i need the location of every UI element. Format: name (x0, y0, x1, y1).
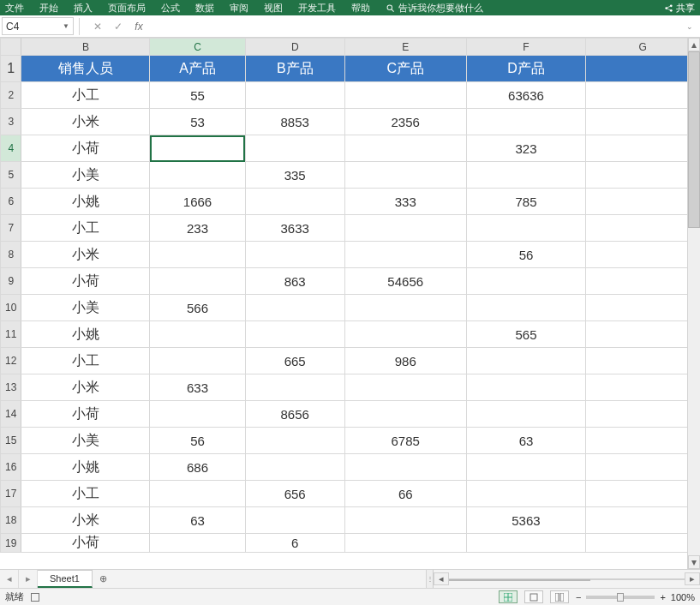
row-header-6[interactable]: 6 (1, 189, 21, 215)
cell-C10[interactable]: 566 (150, 295, 245, 321)
cell-F7[interactable] (466, 215, 586, 242)
cell-B7[interactable]: 小工 (21, 215, 150, 242)
cell-B5[interactable]: 小美 (21, 162, 150, 189)
cell-G1[interactable] (586, 56, 700, 82)
cell-B17[interactable]: 小工 (21, 481, 150, 507)
ribbon-tab-view[interactable]: 视图 (264, 2, 283, 15)
row-header-17[interactable]: 17 (1, 481, 21, 507)
hscroll-right-button[interactable]: ▸ (685, 572, 700, 585)
cell-F18[interactable]: 5363 (466, 507, 586, 534)
column-header-B[interactable]: B (21, 39, 150, 56)
cell-F6[interactable]: 785 (466, 189, 586, 215)
cell-G3[interactable] (586, 109, 700, 135)
ribbon-tab-review[interactable]: 审阅 (230, 2, 248, 15)
cell-D18[interactable] (245, 507, 344, 534)
column-header-C[interactable]: C (150, 39, 245, 56)
cell-E12[interactable]: 986 (344, 348, 466, 374)
hscroll-left-button[interactable]: ◂ (434, 572, 449, 585)
cell-D12[interactable]: 665 (245, 348, 344, 374)
cell-D5[interactable]: 335 (245, 162, 344, 189)
cell-E8[interactable] (344, 242, 466, 268)
sheet-tab[interactable]: Sheet1 (38, 570, 93, 588)
macro-record-icon[interactable] (31, 593, 39, 602)
cell-G12[interactable] (586, 348, 700, 374)
cell-C6[interactable]: 1666 (150, 189, 245, 215)
vscroll-track[interactable] (688, 51, 700, 555)
formula-input[interactable] (152, 18, 683, 35)
cell-G16[interactable] (586, 454, 700, 481)
cancel-formula-button[interactable]: ✕ (92, 21, 104, 33)
cell-E1[interactable]: C产品 (344, 56, 466, 82)
row-header-18[interactable]: 18 (1, 507, 21, 534)
cell-C18[interactable]: 63 (150, 507, 245, 534)
zoom-slider-knob[interactable] (617, 593, 624, 602)
row-header-11[interactable]: 11 (1, 321, 21, 348)
cell-F3[interactable] (466, 109, 586, 135)
cell-D14[interactable]: 8656 (245, 401, 344, 428)
cell-B15[interactable]: 小美 (21, 428, 150, 454)
cell-C12[interactable] (150, 348, 245, 374)
row-header-4[interactable]: 4 (1, 135, 21, 162)
cell-D8[interactable] (245, 242, 344, 268)
cell-B12[interactable]: 小工 (21, 348, 150, 374)
cell-G8[interactable] (586, 242, 700, 268)
cell-D16[interactable] (245, 454, 344, 481)
cell-B13[interactable]: 小米 (21, 374, 150, 401)
cell-F19[interactable] (466, 534, 586, 553)
cell-E11[interactable] (344, 321, 466, 348)
column-header-G[interactable]: G (586, 39, 700, 56)
vertical-scrollbar[interactable]: ▴ ▾ (687, 38, 700, 569)
cell-E19[interactable] (344, 534, 466, 553)
ribbon-tab-file[interactable]: 文件 (5, 2, 24, 15)
cell-C16[interactable]: 686 (150, 454, 245, 481)
cell-F1[interactable]: D产品 (466, 56, 586, 82)
cell-G18[interactable] (586, 507, 700, 534)
cell-B2[interactable]: 小工 (21, 82, 150, 109)
column-header-D[interactable]: D (245, 39, 344, 56)
cell-B11[interactable]: 小姚 (21, 321, 150, 348)
row-header-10[interactable]: 10 (1, 295, 21, 321)
view-page-layout-button[interactable] (524, 590, 543, 603)
cell-G14[interactable] (586, 401, 700, 428)
ribbon-tab-data[interactable]: 数据 (195, 2, 214, 15)
cell-E5[interactable] (344, 162, 466, 189)
ribbon-tab-layout[interactable]: 页面布局 (108, 2, 146, 15)
ribbon-tab-insert[interactable]: 插入 (74, 2, 93, 15)
cell-D13[interactable] (245, 374, 344, 401)
cell-E10[interactable] (344, 295, 466, 321)
cell-E3[interactable]: 2356 (344, 109, 466, 135)
cell-C8[interactable] (150, 242, 245, 268)
cell-F12[interactable] (466, 348, 586, 374)
cell-C17[interactable] (150, 481, 245, 507)
cell-G17[interactable] (586, 481, 700, 507)
row-header-1[interactable]: 1 (1, 56, 21, 82)
cell-G10[interactable] (586, 295, 700, 321)
ribbon-tab-formulas[interactable]: 公式 (161, 2, 180, 15)
cell-F4[interactable]: 323 (466, 135, 586, 162)
cell-G7[interactable] (586, 215, 700, 242)
cell-G5[interactable] (586, 162, 700, 189)
sheet-nav-prev[interactable]: ▸ (19, 570, 38, 588)
row-header-8[interactable]: 8 (1, 242, 21, 268)
cell-C13[interactable]: 633 (150, 374, 245, 401)
cell-B4[interactable]: 小荷 (21, 135, 150, 162)
cell-G2[interactable] (586, 82, 700, 109)
cell-D17[interactable]: 656 (245, 481, 344, 507)
cell-G15[interactable] (586, 428, 700, 454)
cell-F2[interactable]: 63636 (466, 82, 586, 109)
sheet-nav-first[interactable]: ◂ (0, 570, 19, 588)
cell-E7[interactable] (344, 215, 466, 242)
cell-B10[interactable]: 小美 (21, 295, 150, 321)
cell-D6[interactable] (245, 189, 344, 215)
column-header-E[interactable]: E (344, 39, 466, 56)
cell-E16[interactable] (344, 454, 466, 481)
tab-scroll-split-handle[interactable]: ⋮ (427, 570, 434, 588)
cell-D3[interactable]: 8853 (245, 109, 344, 135)
row-header-19[interactable]: 19 (1, 534, 21, 553)
column-header-F[interactable]: F (466, 39, 586, 56)
chevron-down-icon[interactable]: ▼ (63, 22, 69, 30)
cell-G6[interactable] (586, 189, 700, 215)
insert-function-button[interactable]: fx (133, 21, 145, 33)
view-page-break-button[interactable] (550, 590, 569, 603)
tell-me-search[interactable]: 告诉我你想要做什么 (386, 2, 483, 15)
